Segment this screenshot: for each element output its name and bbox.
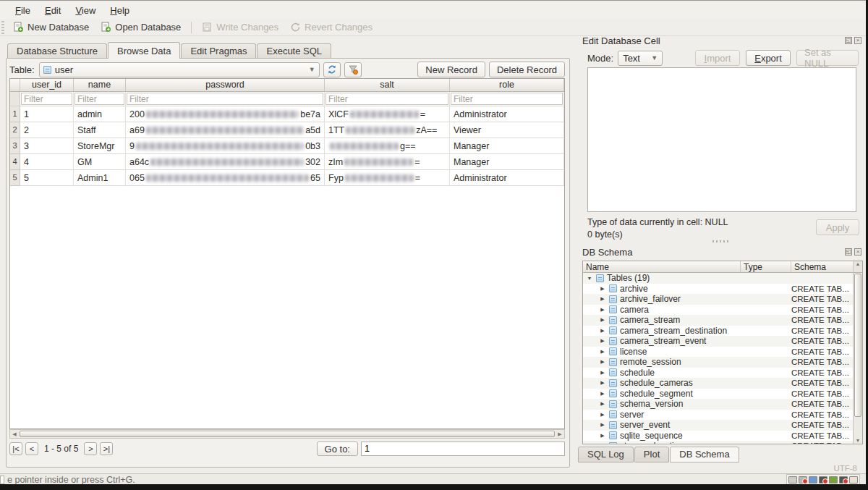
cell-salt[interactable]: XlCF= bbox=[325, 106, 450, 122]
chevron-expanded-icon[interactable]: ▼ bbox=[586, 276, 593, 281]
row-number[interactable]: 4 bbox=[10, 154, 20, 170]
table-row[interactable]: 11admin200be7aXlCF=Administrator bbox=[10, 106, 564, 122]
chevron-collapsed-icon[interactable]: ▶ bbox=[599, 307, 606, 313]
column-header-salt[interactable]: salt bbox=[325, 79, 450, 92]
cell-password[interactable]: a64c302 bbox=[126, 154, 325, 170]
column-header-type[interactable]: Type bbox=[741, 261, 791, 272]
cell-role[interactable]: Administrator bbox=[450, 170, 564, 186]
grid-horizontal-scrollbar[interactable]: ◀ ▶ bbox=[9, 429, 565, 439]
mode-combobox[interactable]: Text ▼ bbox=[618, 51, 663, 66]
cell-user-id[interactable]: 2 bbox=[20, 122, 74, 138]
cell-salt[interactable]: 1TTzA== bbox=[325, 122, 450, 138]
goto-record-input[interactable] bbox=[361, 442, 565, 456]
cell-user-id[interactable]: 3 bbox=[20, 138, 74, 154]
scroll-up-icon[interactable]: ▲ bbox=[853, 261, 862, 272]
dock-tab-sql-log[interactable]: SQL Log bbox=[578, 447, 634, 462]
apply-button[interactable]: Apply bbox=[816, 219, 859, 235]
cell-salt[interactable]: Fyp= bbox=[325, 170, 450, 186]
cell-role[interactable]: Manager bbox=[450, 138, 564, 154]
toolbar-drag-handle[interactable] bbox=[1, 21, 4, 34]
tab-browse-data[interactable]: Browse Data bbox=[108, 42, 180, 59]
chevron-collapsed-icon[interactable]: ▶ bbox=[599, 328, 606, 334]
tab-execute-sql[interactable]: Execute SQL bbox=[257, 43, 331, 59]
cell-salt[interactable]: g== bbox=[325, 138, 450, 154]
menu-item-view[interactable]: View bbox=[69, 3, 102, 18]
chevron-collapsed-icon[interactable]: ▶ bbox=[599, 317, 606, 323]
tree-item-schedule_segment[interactable]: ▶schedule_segmentCREATE TAB... bbox=[583, 389, 862, 400]
cell-name[interactable]: StoreMgr bbox=[74, 138, 126, 154]
scrollbar-thumb[interactable] bbox=[854, 274, 861, 417]
chevron-collapsed-icon[interactable]: ▶ bbox=[599, 296, 606, 302]
disk-alert-icon[interactable] bbox=[839, 476, 848, 483]
clear-all-filters-button[interactable] bbox=[344, 62, 362, 77]
goto-button[interactable]: Go to: bbox=[317, 442, 358, 456]
menu-item-help[interactable]: Help bbox=[103, 3, 136, 18]
previous-record-button[interactable]: < bbox=[25, 442, 38, 455]
row-number[interactable]: 5 bbox=[10, 170, 20, 186]
table-row[interactable]: 22Staffa69a5d1TTzA==Viewer bbox=[10, 122, 564, 138]
tree-item-archive[interactable]: ▶archiveCREATE TAB... bbox=[583, 284, 862, 295]
mail-icon[interactable] bbox=[788, 476, 797, 483]
column-header-schema[interactable]: Schema bbox=[791, 261, 853, 272]
display-icon[interactable] bbox=[829, 476, 838, 483]
open-database-button[interactable]: Open Database bbox=[95, 20, 187, 34]
tree-item-camera_stream_event[interactable]: ▶camera_stream_eventCREATE TAB... bbox=[583, 336, 862, 347]
filter-input-password[interactable] bbox=[127, 93, 323, 105]
new-record-button[interactable]: New Record bbox=[417, 62, 485, 77]
dock-splitter-handle[interactable] bbox=[712, 240, 730, 242]
cell-salt[interactable]: zIm= bbox=[325, 154, 450, 170]
scroll-right-icon[interactable]: ▶ bbox=[556, 431, 564, 437]
close-panel-icon[interactable]: × bbox=[854, 248, 861, 255]
float-panel-icon[interactable]: ◱ bbox=[845, 248, 852, 255]
offline-alert-icon[interactable] bbox=[799, 476, 807, 483]
cell-user-id[interactable]: 5 bbox=[20, 170, 74, 186]
save-alert-icon[interactable] bbox=[819, 476, 827, 483]
chevron-collapsed-icon[interactable]: ▶ bbox=[599, 391, 606, 397]
chevron-collapsed-icon[interactable]: ▶ bbox=[599, 401, 606, 407]
tree-item-camera_stream[interactable]: ▶camera_streamCREATE TAB... bbox=[583, 315, 862, 326]
cell-password[interactable]: a69a5d bbox=[126, 122, 325, 138]
chevron-collapsed-icon[interactable]: ▶ bbox=[599, 349, 606, 355]
cell-password[interactable]: 06565 bbox=[126, 170, 325, 186]
close-panel-icon[interactable]: × bbox=[854, 37, 861, 44]
table-row[interactable]: 55Admin106565Fyp=Administrator bbox=[10, 170, 564, 186]
tree-item-tables-root[interactable]: ▼Tables (19) bbox=[583, 273, 862, 284]
chevron-collapsed-icon[interactable]: ▶ bbox=[599, 422, 606, 428]
chevron-collapsed-icon[interactable]: ▶ bbox=[599, 370, 606, 376]
tree-item-schedule_cameras[interactable]: ▶schedule_camerasCREATE TAB... bbox=[583, 378, 862, 389]
row-number[interactable]: 1 bbox=[10, 106, 20, 122]
menu-item-edit[interactable]: Edit bbox=[38, 3, 67, 18]
cell-name[interactable]: admin bbox=[74, 106, 126, 122]
column-header-user_id[interactable]: user_id bbox=[20, 79, 74, 92]
tree-vertical-scrollbar[interactable]: ▼ bbox=[853, 273, 862, 444]
cell-user-id[interactable]: 1 bbox=[20, 106, 74, 122]
cell-password[interactable]: 200be7a bbox=[126, 106, 325, 122]
tree-item-remote_session[interactable]: ▶remote_sessionCREATE TAB... bbox=[583, 357, 862, 368]
tree-item-schema_version[interactable]: ▶schema_versionCREATE TAB... bbox=[583, 399, 862, 410]
filter-input-name[interactable] bbox=[75, 93, 124, 105]
table-row[interactable]: 44GMa64c302zIm=Manager bbox=[10, 154, 564, 170]
tree-item-camera[interactable]: ▶cameraCREATE TAB... bbox=[583, 305, 862, 316]
tree-item-schedule[interactable]: ▶scheduleCREATE TAB... bbox=[583, 368, 862, 379]
cell-password[interactable]: 90b3 bbox=[126, 138, 325, 154]
tab-edit-pragmas[interactable]: Edit Pragmas bbox=[181, 43, 256, 59]
tree-item-server[interactable]: ▶serverCREATE TAB... bbox=[583, 410, 862, 421]
write-changes-button[interactable]: Write Changes bbox=[196, 20, 284, 34]
table-combobox[interactable]: user ▼ bbox=[39, 62, 320, 77]
float-panel-icon[interactable]: ◱ bbox=[845, 37, 852, 44]
key-icon[interactable] bbox=[809, 476, 817, 483]
new-database-button[interactable]: New Database bbox=[7, 20, 95, 34]
cell-role[interactable]: Viewer bbox=[450, 122, 564, 138]
revert-changes-button[interactable]: Revert Changes bbox=[284, 20, 378, 34]
cell-editor-textarea[interactable] bbox=[587, 67, 856, 212]
chevron-collapsed-icon[interactable]: ▶ bbox=[599, 359, 606, 365]
column-header-password[interactable]: password bbox=[126, 79, 325, 92]
chevron-collapsed-icon[interactable]: ▶ bbox=[599, 380, 606, 386]
chevron-collapsed-icon[interactable]: ▶ bbox=[599, 286, 606, 292]
set-as-null-button[interactable]: Set as NULL bbox=[796, 50, 859, 66]
tree-item-camera_stream_destination[interactable]: ▶camera_stream_destinationCREATE TAB... bbox=[583, 326, 862, 337]
column-header-name[interactable]: name bbox=[74, 79, 126, 92]
dock-tab-db-schema[interactable]: DB Schema bbox=[670, 447, 739, 462]
last-record-button[interactable]: >| bbox=[100, 442, 113, 455]
chevron-collapsed-icon[interactable]: ▶ bbox=[599, 338, 606, 344]
